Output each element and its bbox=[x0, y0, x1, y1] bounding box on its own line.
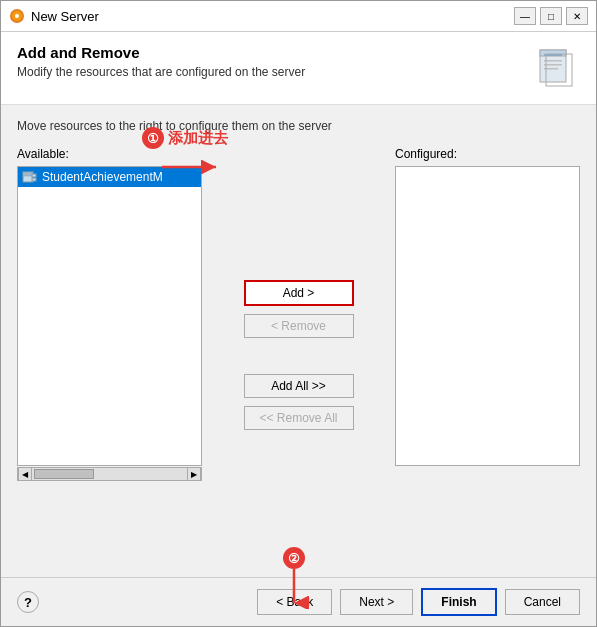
content: Move resources to the right to configure… bbox=[1, 105, 596, 577]
scrollbar-thumb bbox=[34, 469, 94, 479]
cancel-button[interactable]: Cancel bbox=[505, 589, 580, 615]
header-section: Add and Remove Modify the resources that… bbox=[1, 32, 596, 105]
list-item[interactable]: StudentAchievementM bbox=[18, 167, 201, 187]
transfer-area: Available: StudentAchievementM bbox=[17, 147, 580, 563]
minimize-button[interactable]: — bbox=[514, 7, 536, 25]
configured-panel: Configured: bbox=[395, 147, 580, 563]
available-list[interactable]: StudentAchievementM bbox=[17, 166, 202, 466]
svg-rect-12 bbox=[32, 174, 36, 177]
remove-all-button[interactable]: << Remove All bbox=[244, 406, 354, 430]
svg-point-2 bbox=[15, 14, 19, 18]
buttons-panel: ① 添加进去 Add > < Remove bbox=[202, 147, 395, 563]
footer: ? ② < Back Next > Finish Cancel bbox=[1, 577, 596, 626]
available-panel: Available: StudentAchievementM bbox=[17, 147, 202, 563]
available-scrollbar[interactable]: ◀ ▶ bbox=[17, 467, 202, 481]
plugin-icon bbox=[22, 169, 38, 185]
available-item-text: StudentAchievementM bbox=[42, 170, 163, 184]
app-icon bbox=[9, 8, 25, 24]
add-all-button[interactable]: Add All >> bbox=[244, 374, 354, 398]
remove-button[interactable]: < Remove bbox=[244, 314, 354, 338]
window-title: New Server bbox=[31, 9, 508, 24]
available-label: Available: bbox=[17, 147, 202, 161]
svg-rect-13 bbox=[32, 178, 36, 181]
svg-rect-6 bbox=[544, 60, 562, 62]
configured-list[interactable] bbox=[395, 166, 580, 466]
add-button[interactable]: Add > bbox=[244, 280, 354, 306]
scroll-left-arrow[interactable]: ◀ bbox=[18, 467, 32, 481]
header-title: Add and Remove bbox=[17, 44, 524, 61]
header-text: Add and Remove Modify the resources that… bbox=[17, 44, 524, 79]
title-bar: New Server — □ ✕ bbox=[1, 1, 596, 32]
help-button[interactable]: ? bbox=[17, 591, 39, 613]
scroll-right-arrow[interactable]: ▶ bbox=[187, 467, 201, 481]
window-controls: — □ ✕ bbox=[514, 7, 588, 25]
next-button[interactable]: Next > bbox=[340, 589, 413, 615]
configured-label: Configured: bbox=[395, 147, 580, 161]
maximize-button[interactable]: □ bbox=[540, 7, 562, 25]
scrollbar-track bbox=[32, 468, 187, 480]
finish-button[interactable]: Finish bbox=[421, 588, 496, 616]
instruction-text: Move resources to the right to configure… bbox=[17, 119, 580, 133]
svg-rect-7 bbox=[544, 64, 562, 66]
server-icon bbox=[532, 44, 580, 92]
close-button[interactable]: ✕ bbox=[566, 7, 588, 25]
window: New Server — □ ✕ Add and Remove Modify t… bbox=[0, 0, 597, 627]
header-subtitle: Modify the resources that are configured… bbox=[17, 65, 524, 79]
back-button[interactable]: < Back bbox=[257, 589, 332, 615]
